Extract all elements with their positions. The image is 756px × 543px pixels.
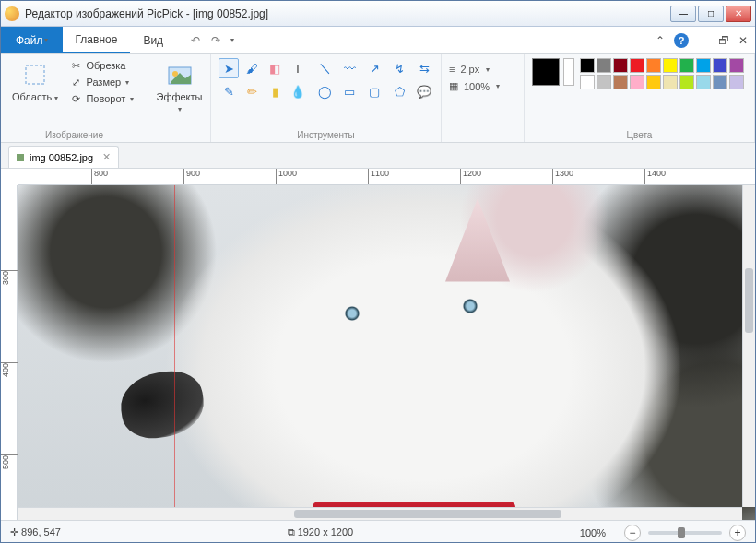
palette-swatch[interactable] [696,75,711,89]
curve-tool[interactable]: 〰 [338,58,360,78]
undo-button[interactable]: ↶ [189,32,202,49]
inner-close-button[interactable]: ✕ [738,34,748,47]
double-arrow-tool[interactable]: ⇆ [413,58,435,78]
crop-icon: ✂ [69,59,82,72]
palette-swatch[interactable] [646,75,661,89]
callout-tool[interactable]: 💬 [413,81,435,101]
zoom-slider-knob[interactable] [678,527,685,538]
effects-icon [165,60,195,89]
palette-swatch[interactable] [580,58,595,73]
close-button[interactable]: ✕ [726,6,751,22]
pencil-tool[interactable]: ✎ [219,81,239,101]
polyline-tool[interactable]: ↯ [388,58,410,78]
palette-swatch[interactable] [729,58,744,73]
palette-swatch[interactable] [679,58,694,73]
palette-swatch[interactable] [630,58,644,73]
zoom-out-button[interactable]: − [624,525,641,541]
maximize-button[interactable]: □ [698,6,724,22]
shape-tools: ＼ 〰 ↗ ↯ ⇆ ◯ ▭ ▢ ⬠ 💬 [313,58,435,101]
vertical-ruler[interactable]: 300400500 [1,185,18,520]
ribbon-options-icon[interactable]: ⌃ [656,34,665,47]
scrollbar-thumb[interactable] [294,510,561,518]
crop-button[interactable]: ✂Обрезка [67,58,136,73]
pointer-tool[interactable]: ➤ [219,58,239,78]
color-palette [580,58,744,89]
ruler-tick: 800 [91,169,108,185]
svg-rect-0 [26,65,44,84]
secondary-color-swatch[interactable] [563,58,574,86]
close-tab-icon[interactable]: ✕ [102,151,111,163]
palette-swatch[interactable] [597,58,611,73]
ruler-tick: 1400 [644,169,666,185]
polygon-tool[interactable]: ⬠ [388,81,410,101]
ruler-tick: 900 [183,169,200,185]
inner-restore-button[interactable]: 🗗 [718,34,729,47]
palette-swatch[interactable] [713,75,727,89]
line-tool[interactable]: ＼ [313,58,336,78]
menu-bar: Файл ▾ Главное Вид ↶ ↷▾ ⌃ ? — 🗗 ✕ [1,27,755,54]
tab-main[interactable]: Главное [63,27,131,53]
document-tab-label: img 00852.jpg [30,152,93,163]
tab-view[interactable]: Вид [130,27,176,53]
primary-color-swatch[interactable] [532,58,560,86]
group-stroke: ≡2 px▾ ▦100%▾ [442,54,525,142]
palette-swatch[interactable] [613,58,628,73]
rotate-icon: ⟳ [69,92,82,105]
rounded-rect-tool[interactable]: ▢ [363,81,385,101]
horizontal-ruler[interactable]: 80090010001100120013001400 [18,169,755,185]
minimize-button[interactable]: — [670,6,696,22]
group-colors: Цвета [525,54,755,142]
palette-swatch[interactable] [613,75,628,89]
ruler-guideline[interactable] [174,185,175,520]
marker-tool[interactable]: ✏ [242,81,262,101]
palette-swatch[interactable] [663,58,678,73]
select-area-button[interactable]: Область ▾ [8,58,62,105]
eraser-tool[interactable]: ◧ [265,58,285,78]
palette-swatch[interactable] [713,58,727,73]
ruler-tick: 1200 [460,169,481,185]
rectangle-tool[interactable]: ▭ [338,81,360,101]
scrollbar-thumb[interactable] [745,268,753,333]
fill-opacity-selector[interactable]: ▦100%▾ [449,80,500,92]
canvas-viewport[interactable] [18,185,755,520]
text-tool[interactable]: T [288,58,308,78]
eyedropper-tool[interactable]: 💧 [288,81,308,101]
stroke-lines-icon: ≡ [449,64,455,75]
cursor-position: ✛ 896, 547 [10,526,61,538]
selection-icon [20,60,50,89]
arrow-tool[interactable]: ↗ [363,58,385,78]
palette-swatch[interactable] [679,75,694,89]
stroke-width-selector[interactable]: ≡2 px▾ [449,64,500,75]
redo-button[interactable]: ↷ [209,32,222,49]
palette-swatch[interactable] [696,58,711,73]
window-title: Редактор изображений PicPick - [img 0085… [25,7,670,20]
brush-tool[interactable]: 🖌 [242,58,262,78]
palette-swatch[interactable] [630,75,644,89]
palette-swatch[interactable] [597,75,611,89]
image-dimensions: ⧉ 1920 x 1200 [288,526,354,538]
document-tab[interactable]: img 00852.jpg ✕ [8,146,119,168]
zoom-slider[interactable] [648,531,722,535]
inner-minimize-button[interactable]: — [698,34,709,47]
canvas[interactable] [18,185,755,520]
file-type-icon [17,154,24,161]
rotate-button[interactable]: ⟳Поворот▾ [67,91,136,106]
group-tools-label: Инструменты [219,128,433,140]
palette-swatch[interactable] [663,75,678,89]
resize-button[interactable]: ⤢Размер▾ [67,75,136,89]
horizontal-scrollbar[interactable] [18,507,742,520]
file-menu[interactable]: Файл ▾ [1,27,63,53]
palette-swatch[interactable] [580,75,595,89]
zoom-in-button[interactable]: + [729,525,746,541]
ellipse-tool[interactable]: ◯ [313,81,336,101]
effects-button[interactable]: Эффекты ▾ [153,58,207,116]
highlighter-tool[interactable]: ▮ [265,81,285,101]
group-tools: ➤ 🖌 ◧ T ✎ ✏ ▮ 💧 ＼ 〰 ↗ ↯ ⇆ ◯ ▭ ▢ ⬠ 💬 [211,54,442,142]
ruler-tick: 1100 [368,169,389,185]
palette-swatch[interactable] [729,75,744,89]
palette-swatch[interactable] [646,58,661,73]
vertical-scrollbar[interactable] [742,185,755,507]
help-icon[interactable]: ? [674,33,689,48]
document-tabs: img 00852.jpg ✕ [1,143,755,169]
ruler-tick: 400 [1,362,18,381]
